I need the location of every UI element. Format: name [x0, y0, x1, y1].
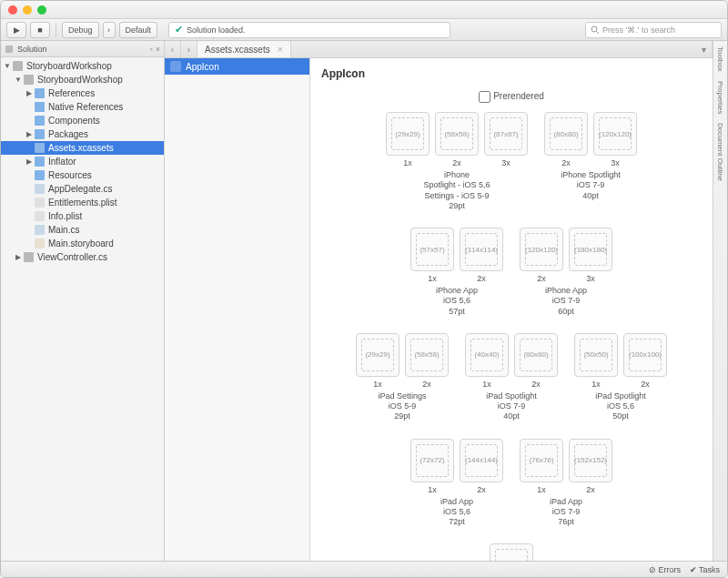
- right-tool-panel[interactable]: ToolboxPropertiesDocument Outline: [713, 41, 727, 561]
- tree-item[interactable]: Native References: [1, 100, 164, 114]
- disclosure-icon[interactable]: ▶: [25, 89, 34, 97]
- tree-item-label: Packages: [48, 129, 88, 139]
- disclosure-icon[interactable]: ▶: [25, 157, 34, 166]
- tree-item[interactable]: Assets.xcassets: [1, 141, 164, 155]
- tree-item[interactable]: Main.storyboard: [1, 237, 164, 250]
- scale-label: 1x: [520, 485, 563, 494]
- close-icon[interactable]: [8, 5, 17, 15]
- right-tab[interactable]: Properties: [716, 79, 724, 116]
- icon-slot[interactable]: (180x180): [569, 228, 612, 271]
- minimize-icon[interactable]: [23, 5, 32, 15]
- icon-slot[interactable]: (144x144): [460, 439, 503, 482]
- icon-slot[interactable]: (29x29): [386, 112, 430, 156]
- config-dropdown[interactable]: Debug: [62, 22, 99, 38]
- icon-slot[interactable]: (80x80): [514, 333, 558, 377]
- icon-group-label: iPhone App iOS 5,6 57pt: [436, 286, 478, 317]
- tree-item[interactable]: ▼StoryboardWorkshop: [1, 73, 164, 86]
- icon-group-label: iPhone App iOS 7-9 60pt: [545, 286, 587, 317]
- asset-list[interactable]: AppIcon: [165, 58, 310, 561]
- icon-slot-dim: (152x152): [574, 444, 607, 477]
- window-titlebar: [1, 1, 727, 19]
- errors-button[interactable]: ⊘Errors: [649, 565, 681, 574]
- svg-point-0: [592, 26, 597, 32]
- folder-icon: [34, 156, 46, 167]
- target-dropdown[interactable]: Default: [119, 22, 158, 38]
- icon-slot[interactable]: (120x120): [520, 228, 563, 271]
- tree-item[interactable]: Entitlements.plist: [1, 196, 164, 209]
- icon-slot[interactable]: (57x57): [410, 228, 454, 271]
- zoom-icon[interactable]: [37, 5, 46, 15]
- icon-slot[interactable]: (40x40): [465, 333, 509, 377]
- stop-button[interactable]: ■: [30, 22, 50, 38]
- asset-list-label: AppIcon: [186, 62, 219, 72]
- icon-slot[interactable]: (100x100): [623, 333, 667, 377]
- icon-slot[interactable]: (50x50): [574, 333, 618, 377]
- nav-back-icon[interactable]: ‹: [165, 41, 181, 57]
- close-panel-icon[interactable]: ×: [156, 45, 160, 54]
- pin-icon[interactable]: ▫: [150, 45, 153, 54]
- tree-item[interactable]: Resources: [1, 168, 164, 182]
- tree-item[interactable]: AppDelegate.cs: [1, 182, 164, 196]
- icon-slot-dim: (114x114): [465, 233, 498, 266]
- tree-item[interactable]: Info.plist: [1, 209, 164, 223]
- tree-item[interactable]: Main.cs: [1, 223, 164, 237]
- folder-icon: [34, 87, 46, 99]
- solution-panel-header: Solution ▫ ×: [1, 41, 164, 57]
- tab-menu-icon[interactable]: ▾: [696, 41, 713, 57]
- icon-slot[interactable]: (58x58): [405, 333, 449, 377]
- run-button[interactable]: ▶: [6, 22, 26, 38]
- icon-slot-dim: (40x40): [470, 339, 503, 371]
- tree-item[interactable]: ▶ViewController.cs: [1, 250, 164, 264]
- disclosure-icon[interactable]: ▼: [3, 62, 12, 70]
- icon-group-label: iPhone Spotlight - iOS 5,6 Settings - iO…: [423, 170, 490, 211]
- icon-slot[interactable]: [490, 543, 533, 561]
- solution-tree[interactable]: ▼StoryboardWorkshop▼StoryboardWorkshop▶R…: [1, 57, 164, 561]
- editor-title: AppIcon: [310, 66, 713, 87]
- icon-slot[interactable]: (80x80): [544, 112, 588, 156]
- asset-list-item[interactable]: AppIcon: [165, 58, 309, 75]
- icon-slot[interactable]: (87x87): [484, 112, 528, 156]
- icon-slot-dim: (76x76): [525, 444, 558, 477]
- tree-item[interactable]: Components: [1, 114, 164, 127]
- tab-assets[interactable]: Assets.xcassets×: [197, 41, 291, 57]
- scale-label: 1x: [574, 380, 618, 389]
- icon-slot[interactable]: (76x76): [520, 439, 563, 482]
- chevron-right-icon: ›: [103, 22, 116, 38]
- icon-slot-dim: (80x80): [550, 117, 582, 150]
- disclosure-icon[interactable]: ▶: [25, 130, 34, 138]
- icon-group-label: iPad Spotlight iOS 7-9 40pt: [486, 391, 537, 422]
- icon-slot[interactable]: (29x29): [356, 333, 399, 377]
- icon-slot[interactable]: (58x58): [435, 112, 479, 156]
- icon-group: (76x76)(152x152)1x2xiPad App iOS 7-9 76p…: [520, 439, 612, 528]
- tasks-button[interactable]: ✔Tasks: [690, 565, 720, 574]
- tab-close-icon[interactable]: ×: [278, 45, 283, 55]
- icon-group: (40x40)(80x80)1x2xiPad Spotlight iOS 7-9…: [465, 333, 558, 422]
- icon-slot[interactable]: (152x152): [569, 439, 612, 482]
- right-tab[interactable]: Toolbox: [716, 45, 724, 74]
- tree-item[interactable]: ▼StoryboardWorkshop: [1, 59, 164, 73]
- tree-item-label: StoryboardWorkshop: [26, 61, 112, 71]
- scale-label: 2x: [514, 380, 558, 389]
- icon-slot-dim: (80x80): [520, 339, 552, 371]
- icon-group: (80x80)(120x120)2x3xiPhone Spotlight iOS…: [544, 112, 637, 211]
- folder-gray-icon: [23, 251, 35, 263]
- tree-item-label: Assets.xcassets: [48, 143, 114, 153]
- tree-item[interactable]: ▶References: [1, 86, 164, 100]
- icon-slot[interactable]: (114x114): [460, 228, 503, 271]
- icon-group-label: iPad Spotlight iOS 5,6 50pt: [595, 391, 646, 422]
- scale-label: 2x: [623, 380, 667, 389]
- icon-slot-dim: (57x57): [416, 233, 449, 266]
- icon-slot[interactable]: (120x120): [593, 112, 637, 156]
- tree-item[interactable]: ▶Packages: [1, 127, 164, 141]
- tree-item-label: AppDelegate.cs: [48, 184, 113, 194]
- disclosure-icon[interactable]: ▶: [14, 253, 23, 261]
- icon-slot[interactable]: (72x72): [410, 439, 454, 482]
- search-input[interactable]: Press '⌘.' to search: [585, 22, 722, 38]
- right-tab[interactable]: Document Outline: [716, 121, 724, 183]
- tree-item[interactable]: ▶Inflator: [1, 155, 164, 168]
- prerendered-checkbox[interactable]: Prerendered: [479, 91, 544, 101]
- icon-group: (120x120)(180x180)2x3xiPhone App iOS 7-9…: [520, 228, 612, 317]
- nav-fwd-icon[interactable]: ›: [181, 41, 197, 57]
- disclosure-icon[interactable]: ▼: [14, 76, 23, 84]
- icon-group: (57x57)(114x114)1x2xiPhone App iOS 5,6 5…: [410, 228, 503, 317]
